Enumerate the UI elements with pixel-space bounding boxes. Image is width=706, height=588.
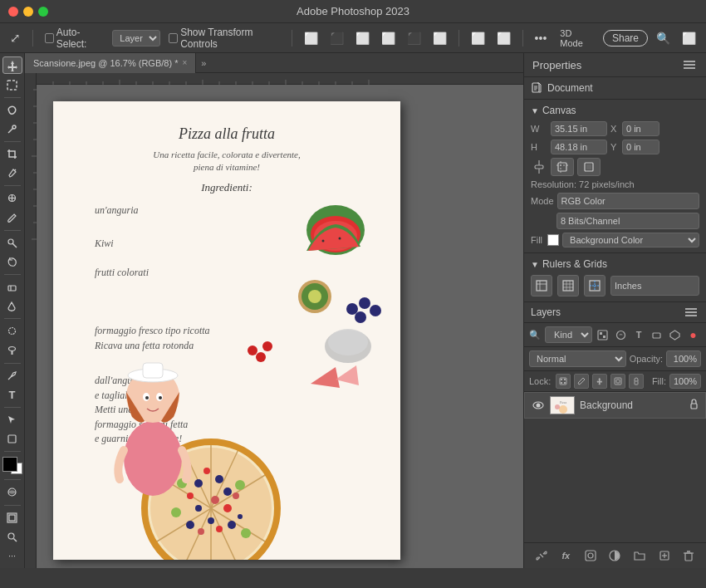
align-center-h-icon[interactable]: ⬛: [326, 30, 347, 47]
layer-fx-btn[interactable]: fx: [557, 547, 574, 564]
extra-tool[interactable]: ···: [2, 547, 22, 565]
distribute-icon[interactable]: ⬜: [468, 30, 488, 47]
crop-tool[interactable]: [2, 145, 22, 163]
distribute-2-icon[interactable]: ⬜: [493, 30, 514, 47]
fill-color-swatch[interactable]: [547, 234, 559, 246]
layer-mask-btn[interactable]: [582, 547, 599, 564]
fill-type-dropdown[interactable]: Background Color: [562, 233, 699, 247]
autoselect-checkbox-item[interactable]: Auto-Select:: [42, 25, 107, 51]
canvas-section-header[interactable]: ▼ Canvas: [531, 105, 699, 116]
filter-adjust-btn[interactable]: [613, 326, 629, 343]
rulers-btn[interactable]: [531, 275, 552, 296]
mode-dropdown[interactable]: RGB Color: [557, 193, 699, 209]
layer-adjustment-btn[interactable]: [606, 547, 623, 564]
history-tool[interactable]: [2, 253, 22, 271]
search-toolbar-icon[interactable]: 🔍: [653, 30, 674, 47]
depth-dropdown[interactable]: 8 Bits/Channel: [556, 213, 699, 229]
eyedropper-tool[interactable]: [2, 164, 22, 182]
height-input[interactable]: [551, 140, 607, 154]
blend-mode-select[interactable]: Normal: [529, 350, 626, 367]
mode-row: Mode RGB Color: [531, 193, 699, 209]
layer-link-btn[interactable]: [533, 547, 550, 564]
align-center-v-icon[interactable]: ⬛: [404, 30, 424, 47]
lock-move-btn[interactable]: [592, 374, 607, 389]
lock-paint-btn[interactable]: [574, 374, 589, 389]
layer-group-btn[interactable]: [631, 547, 648, 564]
rulers-grids-header[interactable]: ▼ Rulers & Grids: [531, 258, 699, 270]
filter-toggle-btn[interactable]: ●: [685, 326, 701, 343]
path-select-tool[interactable]: [2, 411, 22, 429]
fit-to-screen-btn[interactable]: [577, 158, 601, 176]
document-btn[interactable]: Document: [531, 82, 699, 94]
lock-artboard-btn[interactable]: [610, 374, 625, 389]
clone-tool[interactable]: [2, 234, 22, 252]
brush-tool[interactable]: [2, 208, 22, 226]
align-top-icon[interactable]: ⬜: [378, 30, 399, 47]
lasso-tool[interactable]: [2, 101, 22, 119]
pen-tool[interactable]: [2, 367, 22, 385]
3d-mode-label[interactable]: 3D Mode: [555, 27, 598, 50]
dodge-tool[interactable]: [2, 341, 22, 359]
align-left-icon[interactable]: ⬜: [301, 30, 321, 47]
minimize-button[interactable]: [23, 7, 33, 17]
layers-menu-btn[interactable]: [683, 306, 699, 319]
blur-tool[interactable]: [2, 322, 22, 340]
background-layer[interactable]: Pizza Background: [524, 392, 706, 419]
smartobj-filter-icon: [669, 330, 680, 341]
mask-mode-btn[interactable]: [2, 483, 22, 501]
more-icon[interactable]: •••: [532, 30, 551, 47]
crop-to-content-btn[interactable]: [551, 158, 574, 176]
svg-rect-152: [561, 382, 562, 384]
canvas-content[interactable]: Pizza alla frutta Una ricetta facile, co…: [37, 85, 523, 568]
align-right-icon[interactable]: ⬜: [352, 30, 373, 47]
healing-tool[interactable]: [2, 189, 22, 207]
magic-wand-tool[interactable]: [2, 120, 22, 138]
filter-pixel-btn[interactable]: [595, 326, 610, 343]
x-input[interactable]: [622, 121, 659, 136]
show-transform-item[interactable]: Show Transform Controls: [165, 25, 283, 51]
link-dimensions-btn[interactable]: [531, 158, 547, 176]
share-button[interactable]: Share: [603, 30, 648, 47]
workspace-icon[interactable]: ⬜: [679, 30, 699, 47]
filter-smartobj-btn[interactable]: [667, 326, 683, 343]
delete-layer-btn[interactable]: [680, 547, 697, 564]
type-tool[interactable]: T: [2, 386, 22, 404]
move-tool[interactable]: [2, 56, 22, 74]
move-tool-btn[interactable]: ⤢: [7, 29, 24, 47]
zoom-tool[interactable]: [2, 528, 22, 546]
color-swatches[interactable]: [2, 457, 22, 474]
paint-bucket-tool[interactable]: [2, 297, 22, 315]
shape-tool[interactable]: [2, 430, 22, 448]
new-layer-btn[interactable]: [656, 547, 673, 564]
layer-dropdown[interactable]: Layer: [112, 30, 160, 47]
guides-btn[interactable]: [584, 275, 605, 296]
layer-kind-filter[interactable]: Kind: [545, 326, 592, 343]
close-button[interactable]: [8, 7, 18, 17]
grid-btn[interactable]: [557, 275, 579, 296]
properties-menu-btn[interactable]: [681, 58, 698, 71]
document-canvas[interactable]: Pizza alla frutta Una ricetta facile, co…: [53, 101, 400, 560]
eraser-tool[interactable]: [2, 278, 22, 296]
layer-visibility-btn[interactable]: [532, 399, 545, 412]
filter-type-btn[interactable]: T: [631, 326, 647, 343]
units-dropdown[interactable]: Inches: [610, 276, 699, 296]
filter-shape-btn[interactable]: [649, 326, 664, 343]
lock-pixels-btn[interactable]: [556, 374, 571, 389]
double-arrow-icon[interactable]: »: [196, 58, 211, 68]
maximize-button[interactable]: [38, 7, 48, 17]
width-input[interactable]: [551, 121, 607, 136]
document-tab[interactable]: Scansione.jpeg @ 16.7% (RGB/8) * ×: [25, 53, 196, 73]
fill-value-input[interactable]: [669, 374, 701, 389]
opacity-input[interactable]: [666, 350, 701, 367]
selection-tool[interactable]: [2, 76, 22, 93]
lock-all-btn[interactable]: [629, 374, 644, 389]
foreground-color[interactable]: [2, 457, 17, 472]
align-bottom-icon[interactable]: ⬜: [429, 30, 450, 47]
y-input[interactable]: [622, 140, 659, 154]
tab-close-btn[interactable]: ×: [182, 58, 187, 67]
eye-icon: [532, 400, 544, 410]
autoselect-checkbox[interactable]: [45, 33, 54, 43]
frame-tool[interactable]: [2, 508, 22, 526]
show-transform-checkbox[interactable]: [169, 33, 178, 43]
layer-lock-icon[interactable]: [689, 399, 699, 412]
